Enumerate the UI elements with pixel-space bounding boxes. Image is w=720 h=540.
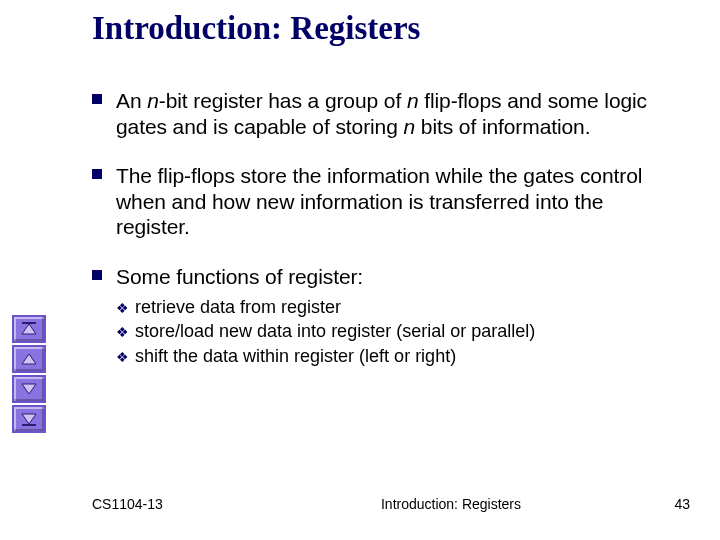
page-title: Introduction: Registers [92, 10, 420, 47]
nav-first-icon [20, 322, 38, 336]
nav-next-button[interactable] [12, 375, 46, 403]
navigation-widget [12, 315, 46, 435]
nav-prev-button[interactable] [12, 345, 46, 373]
nav-prev-icon [20, 352, 38, 366]
footer-course-code: CS1104-13 [92, 496, 272, 512]
text-frag: -bit register has a group of [159, 89, 407, 112]
bullet-text-2: The flip-flops store the information whi… [116, 163, 652, 240]
svg-rect-5 [22, 424, 36, 426]
slide-footer: CS1104-13 Introduction: Registers 43 [92, 496, 690, 512]
sub-bullet-item: ❖ shift the data within register (left o… [116, 345, 652, 368]
square-bullet-icon [92, 94, 102, 104]
bullet-item: The flip-flops store the information whi… [92, 163, 652, 240]
svg-marker-3 [22, 384, 36, 394]
svg-rect-1 [22, 322, 36, 324]
nav-last-icon [20, 412, 38, 426]
italic-n: n [147, 89, 159, 112]
bullet-text-3: Some functions of register: [116, 264, 363, 290]
svg-marker-4 [22, 414, 36, 424]
diamond-bullet-icon: ❖ [116, 300, 129, 316]
text-frag: bits of information. [415, 115, 590, 138]
sub-bullet-list: ❖ retrieve data from register ❖ store/lo… [116, 296, 652, 368]
italic-n: n [404, 115, 416, 138]
sub-bullet-item: ❖ retrieve data from register [116, 296, 652, 319]
sub-bullet-text: retrieve data from register [135, 296, 341, 319]
italic-n: n [407, 89, 419, 112]
sub-bullet-text: shift the data within register (left or … [135, 345, 456, 368]
svg-marker-0 [22, 324, 36, 334]
diamond-bullet-icon: ❖ [116, 349, 129, 365]
nav-last-button[interactable] [12, 405, 46, 433]
content-area: An n-bit register has a group of n flip-… [92, 88, 652, 369]
slide: Introduction: Registers An n-bit registe… [0, 0, 720, 540]
bullet-item: An n-bit register has a group of n flip-… [92, 88, 652, 139]
footer-slide-title: Introduction: Registers [272, 496, 630, 512]
sub-bullet-text: store/load new data into register (seria… [135, 320, 535, 343]
nav-next-icon [20, 382, 38, 396]
nav-first-button[interactable] [12, 315, 46, 343]
diamond-bullet-icon: ❖ [116, 324, 129, 340]
square-bullet-icon [92, 270, 102, 280]
square-bullet-icon [92, 169, 102, 179]
bullet-text-1: An n-bit register has a group of n flip-… [116, 88, 652, 139]
footer-page-number: 43 [630, 496, 690, 512]
bullet-item: Some functions of register: [92, 264, 652, 290]
svg-marker-2 [22, 354, 36, 364]
text-frag: An [116, 89, 147, 112]
sub-bullet-item: ❖ store/load new data into register (ser… [116, 320, 652, 343]
